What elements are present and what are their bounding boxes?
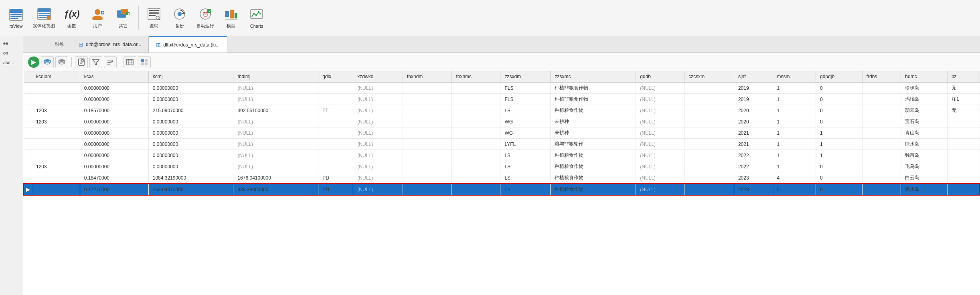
table-row[interactable]: 12030.000000000.00000000(NULL)(NULL)LS种植… — [24, 161, 980, 172]
toolbar-model[interactable]: 模型 — [219, 4, 243, 31]
grid-button-2[interactable] — [138, 56, 151, 68]
cell-czcsxm — [684, 105, 734, 116]
col-czcsxm[interactable]: czcsxm — [684, 71, 734, 82]
tab-1[interactable]: ⊞ dltb@ordos_nrs_data.or... — [71, 36, 149, 53]
toolbar-query[interactable]: 查询 — [142, 4, 166, 31]
col-xzdwkd[interactable]: xzdwkd — [353, 71, 403, 82]
grid-button-1[interactable] — [124, 56, 136, 68]
auto-run-icon: ⏰ ✓ — [198, 7, 213, 21]
table-row[interactable]: 0.000000000.00000000(NULL)(NULL)LS种植粮食作物… — [24, 150, 980, 161]
svg-rect-7 — [38, 13, 50, 14]
table-row[interactable]: ▶0.17270000263.04970000939.34000000PD(NU… — [24, 184, 980, 195]
toolbar-users[interactable]: ▼ 用户 — [85, 4, 109, 31]
sidebar-item-ee[interactable]: ee — [0, 39, 23, 47]
table-row[interactable]: 0.000000000.00000000(NULL)(NULL)WG未耕种(NU… — [24, 127, 980, 139]
cell-tbxhdm — [403, 150, 452, 161]
svg-rect-2 — [10, 14, 22, 15]
svg-rect-59 — [145, 59, 148, 62]
rsview-icon — [9, 8, 23, 22]
col-zzsxmc[interactable]: zzsxmc — [551, 71, 636, 82]
cell-tbxhdm — [403, 161, 452, 172]
cell-hdmc: 绿水岛 — [901, 139, 948, 150]
cell-hdmc: 宝石岛 — [901, 116, 948, 127]
db-button-1[interactable] — [41, 56, 54, 68]
col-mssm[interactable]: mssm — [773, 71, 816, 82]
svg-rect-58 — [141, 59, 144, 62]
sort-button[interactable] — [104, 56, 117, 68]
tab-bar: 对象 ⊞ dltb@ordos_nrs_data.or... ⊞ dltb@or… — [23, 36, 980, 53]
cell-zzsxmc: 种植粮食作物 — [551, 161, 636, 172]
svg-point-10 — [47, 16, 51, 20]
cell-hdmc: 翡翠岛 — [901, 105, 948, 116]
col-kcxs[interactable]: kcxs — [80, 71, 148, 82]
doc-button[interactable] — [75, 56, 88, 68]
cell-zzsxdm: LS — [500, 150, 551, 161]
backup-label: 备份 — [175, 23, 184, 29]
col-gddb[interactable]: gddb — [636, 71, 684, 82]
tab-2[interactable]: ⊞ dltb@ordos_nrs_data (ki... — [149, 36, 227, 53]
cell-gddb: (NULL) — [636, 105, 684, 116]
tab2-icon: ⊞ — [156, 42, 161, 48]
table-row[interactable]: 0.000000000.00000000(NULL)(NULL)LYFL粮与非粮… — [24, 139, 980, 150]
col-bz[interactable]: bz — [947, 71, 980, 82]
cell-kcmj: 263.04970000 — [148, 184, 233, 195]
table-row[interactable]: 0.184700001084.321900001676.04100000PD(N… — [24, 172, 980, 184]
col-zzsxdm[interactable]: zzsxdm — [500, 71, 551, 82]
cell-kcxs: 0.00000000 — [80, 150, 148, 161]
cell-kcxs: 0.00000000 — [80, 94, 148, 105]
col-sjnf[interactable]: sjnf — [734, 71, 773, 82]
cell-zzsxmc: 种植粮食作物 — [551, 105, 636, 116]
cell-tbdlmj: 1676.04100000 — [233, 172, 318, 184]
cell-kcxs: 0.00000000 — [80, 139, 148, 150]
toolbar-functions[interactable]: ƒ(x) 函数 — [60, 4, 84, 31]
model-icon — [224, 7, 238, 21]
col-tbxhdm[interactable]: tbxhdm — [403, 71, 452, 82]
toolbar-rsview[interactable]: rsView — [4, 5, 28, 31]
cell-tbdlmj: (NULL) — [233, 161, 318, 172]
svg-point-23 — [156, 16, 159, 19]
main-toolbar: rsView 实体化视图 ƒ(x) 函数 ▼ 用户 — [0, 0, 980, 36]
cell-gdlx — [318, 150, 353, 161]
cell-kcmj: 1084.32190000 — [148, 172, 233, 184]
table-row[interactable]: 0.000000000.00000000(NULL)(NULL)FLS种植非粮食… — [24, 94, 980, 105]
col-gdlx[interactable]: gdlx — [318, 71, 353, 82]
svg-rect-21 — [149, 12, 159, 14]
cell-gdpdjb: 0 — [816, 116, 863, 127]
cell-zzsxdm: FLS — [500, 94, 551, 105]
col-hdmc[interactable]: hdmc — [901, 71, 948, 82]
toolbar-charts[interactable]: Charts — [245, 5, 269, 31]
sidebar-item-atal[interactable]: atal... — [0, 59, 23, 67]
table-row[interactable]: 12030.18570000215.09070000392.55150000TT… — [24, 105, 980, 116]
toolbar-backup[interactable]: 备份 — [168, 4, 192, 31]
svg-marker-46 — [81, 59, 84, 61]
left-sidebar: ee on atal... — [0, 36, 23, 295]
toolbar-solid-view[interactable]: 实体化视图 — [30, 4, 58, 31]
col-kcdlbm[interactable]: kcdlbm — [32, 71, 80, 82]
cell-tbxhmc — [452, 82, 500, 94]
sec-sep-2 — [120, 57, 120, 67]
toolbar-sep-1 — [138, 6, 139, 30]
cell-gdlx — [318, 116, 353, 127]
cell-mssm: 4 — [773, 172, 816, 184]
cell-kcxs: 0.18470000 — [80, 172, 148, 184]
cell-xzdwkd: (NULL) — [353, 139, 403, 150]
db-button-2[interactable] — [55, 56, 68, 68]
cell-czcsxm — [684, 127, 734, 139]
data-grid-container[interactable]: kcdlbm kcxs kcmj tbdlmj gdlx xzdwkd tbxh… — [23, 71, 980, 295]
table-row[interactable]: 12030.000000000.00000000(NULL)(NULL)WG未耕… — [24, 116, 980, 127]
add-record-button[interactable]: ▶ — [28, 57, 39, 68]
sidebar-item-on[interactable]: on — [0, 49, 23, 57]
solid-view-icon — [37, 7, 51, 21]
col-frdbs[interactable]: frdbs — [862, 71, 901, 82]
filter-button[interactable] — [89, 56, 102, 68]
table-row[interactable]: 0.000000000.00000000(NULL)(NULL)FLS种植非粮食… — [24, 82, 980, 94]
cell-frdbs — [862, 172, 901, 184]
svg-point-37 — [253, 13, 255, 14]
col-tbdlmj[interactable]: tbdlmj — [233, 71, 318, 82]
col-tbxhmc[interactable]: tbxhmc — [452, 71, 500, 82]
toolbar-other[interactable]: ▼ 其它 — [111, 4, 135, 31]
col-kcmj[interactable]: kcmj — [148, 71, 233, 82]
toolbar-auto-run[interactable]: ⏰ ✓ 自动运行 — [193, 4, 217, 31]
cell-tbxhdm — [403, 127, 452, 139]
col-gdpdjb[interactable]: gdpdjb — [816, 71, 863, 82]
